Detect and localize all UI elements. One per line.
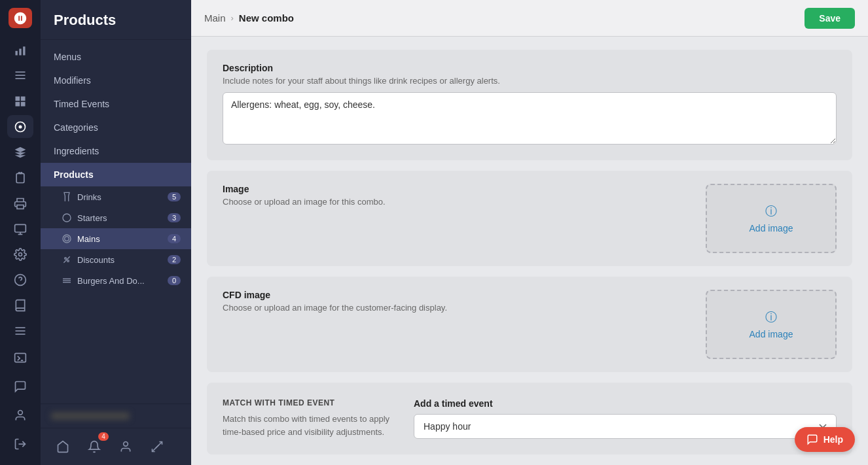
nav-terminal-icon[interactable] [7,345,33,371]
svg-point-32 [124,442,128,447]
switch-icon [151,440,164,453]
description-section: Description Include notes for your staff… [207,50,852,160]
breadcrumb: Main › New combo [204,12,294,24]
store-icon [56,440,69,453]
logo-icon [13,11,27,26]
nav-user-icon[interactable] [7,402,33,428]
sidebar-item-categories[interactable]: Categories [41,116,191,139]
notifications-btn[interactable]: 4 [82,435,106,458]
svg-rect-5 [16,78,26,79]
cfd-image-label: CFD image [223,290,690,300]
svg-rect-13 [15,224,26,232]
user-circle-icon [119,440,132,453]
timed-section-title: MATCH WITH TIMED EVENT [223,398,393,407]
user-info-blurred [51,412,130,420]
sub-item-label: Discounts [77,255,115,265]
sidebar-item-menus[interactable]: Menus [41,45,191,69]
svg-point-10 [19,125,22,128]
timed-event-select[interactable]: Happy hour Lunch special Dinner special [414,414,837,439]
content-area: Description Include notes for your staff… [191,37,868,465]
burgers-badge: 0 [168,276,181,285]
sidebar-sub-item-discounts[interactable]: Discounts 2 [41,249,191,270]
cfd-image-hint: Choose or upload an image for the custom… [223,303,690,313]
nav-list-icon[interactable] [7,64,33,87]
nav-clipboard-icon[interactable] [7,166,33,189]
sidebar-item-label: Products [54,169,94,180]
cfd-info-icon: ⓘ [765,309,777,325]
nav-layers-icon[interactable] [7,141,33,164]
image-section: Image Choose or upload an image for this… [207,171,852,266]
user-profile-btn[interactable] [114,435,137,458]
svg-point-14 [19,252,22,256]
sidebar-item-modifiers[interactable]: Modifiers [41,69,191,92]
description-textarea[interactable]: Allergens: wheat, egg, soy, cheese. [223,92,837,145]
add-image-label: Add image [750,223,793,233]
nav-monitor-icon[interactable] [7,217,33,240]
svg-point-23 [63,214,71,222]
sidebar-item-label: Menus [54,52,81,62]
svg-rect-1 [19,48,21,55]
svg-point-21 [18,411,23,415]
svg-point-26 [65,258,67,260]
svg-rect-6 [16,96,20,101]
nav-printer-icon[interactable] [7,192,33,215]
image-upload-box[interactable]: ⓘ Add image [706,184,837,253]
nav-grid-icon[interactable] [7,90,33,112]
svg-rect-4 [16,75,26,76]
image-label: Image [223,184,690,194]
bell-icon [88,440,101,453]
sidebar-item-products[interactable]: Products [41,163,191,186]
nav-chat-icon[interactable] [7,373,33,400]
sidebar-bottom [41,404,191,428]
svg-point-24 [65,237,69,241]
help-chat-icon [806,434,818,445]
mains-badge: 4 [168,234,181,243]
nav-book-icon[interactable] [7,294,33,317]
sub-item-label: Starters [77,213,107,223]
timed-section-desc: Match this combo with timed events to ap… [223,413,393,438]
svg-rect-9 [21,102,26,107]
sidebar-sub-item-drinks[interactable]: Drinks 5 [41,186,191,207]
cfd-image-section: CFD image Choose or upload an image for … [207,277,852,372]
sidebar-item-label: Categories [54,122,98,133]
nav-help-icon[interactable] [7,268,33,291]
notification-count: 4 [98,432,109,441]
svg-rect-7 [21,96,26,101]
sidebar-sub-item-starters[interactable]: Starters 3 [41,207,191,228]
nav-gear-icon[interactable] [7,243,33,266]
switch-user-btn[interactable] [145,435,169,458]
sidebar-item-timed-events[interactable]: Timed Events [41,92,191,116]
info-icon: ⓘ [765,203,777,219]
discounts-icon [62,254,72,265]
topbar: Main › New combo Save [191,0,868,37]
svg-rect-8 [16,102,20,107]
cfd-image-upload-box[interactable]: ⓘ Add image [706,290,837,359]
discounts-badge: 2 [168,255,181,264]
sidebar-sub-item-burgers[interactable]: Burgers And Do... 0 [41,270,191,291]
sidebar-sub-item-mains[interactable]: Mains 4 [41,228,191,249]
sidebar-footer-icons: 4 [41,428,191,465]
drinks-badge: 5 [168,192,181,201]
help-label: Help [823,434,843,445]
starters-badge: 3 [168,213,181,222]
sidebar-item-label: Timed Events [54,99,109,109]
svg-rect-3 [16,71,26,73]
svg-rect-12 [17,205,24,209]
sidebar-title: Products [41,0,191,40]
save-button[interactable]: Save [805,8,855,29]
description-hint: Include notes for your staff about thing… [223,76,837,86]
description-label: Description [223,63,837,73]
nav-products-icon[interactable] [7,115,33,138]
nav-logout-icon[interactable] [7,431,33,457]
breadcrumb-current: New combo [239,12,294,24]
sidebar-item-ingredients[interactable]: Ingredients [41,139,191,163]
nav-chart-icon[interactable] [7,39,33,61]
nav-menu-icon[interactable] [7,319,33,342]
store-icon-btn[interactable] [51,435,75,458]
drinks-icon [62,192,72,202]
main-content: Main › New combo Save Description Includ… [191,0,868,465]
help-button[interactable]: Help [795,427,855,452]
sub-item-label: Mains [77,234,100,244]
breadcrumb-main[interactable]: Main [204,12,226,24]
svg-rect-0 [16,51,18,56]
